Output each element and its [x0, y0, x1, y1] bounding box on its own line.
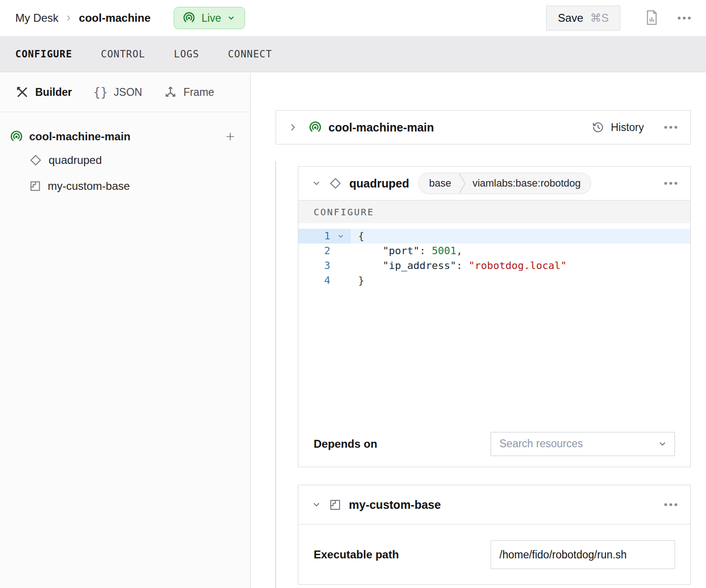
json-attributes-editor[interactable]: 1 { 2 "port": 5001, 3: [298, 223, 690, 420]
fold-toggle[interactable]: [330, 229, 351, 244]
part-signal-icon: [10, 130, 23, 144]
custom-base-body: Executable path: [298, 525, 690, 585]
code-line-3: 3 "ip_address": "robotdog.local": [298, 258, 690, 273]
resource-sidebar: Builder {} JSON Frame: [0, 73, 251, 588]
document-chart-icon: [644, 9, 659, 27]
quadruped-card: quadruped base viamlabs:base:robotdog CO…: [298, 166, 691, 467]
expand-part-button[interactable]: [288, 123, 297, 132]
code-text: {: [351, 229, 690, 244]
machine-status-dropdown[interactable]: Live: [174, 7, 245, 29]
machine-status-label: Live: [202, 12, 221, 25]
diamond-icon: [29, 154, 42, 167]
ellipsis-icon: [678, 17, 691, 19]
part-signal-icon: [309, 121, 322, 134]
executable-path-input[interactable]: [491, 540, 675, 569]
tree-item-label: quadruped: [49, 154, 102, 167]
chevron-right-icon: [288, 123, 297, 132]
view-frame-button[interactable]: Frame: [164, 85, 214, 99]
tree-item-my-custom-base[interactable]: my-custom-base: [0, 173, 250, 199]
add-resource-button[interactable]: [224, 131, 236, 143]
line-number: 4: [298, 273, 330, 288]
collapse-quadruped-button[interactable]: [312, 179, 321, 188]
configure-section-label: CONFIGURE: [314, 206, 374, 218]
tab-configure[interactable]: CONFIGURE: [15, 49, 72, 60]
line-number: 2: [298, 244, 330, 258]
tree-item-quadruped[interactable]: quadruped: [0, 147, 250, 173]
chevron-down-icon: [227, 14, 235, 22]
collapse-custom-base-button[interactable]: [312, 500, 321, 509]
quadruped-menu-button[interactable]: [664, 182, 677, 185]
axes-icon: [164, 85, 177, 99]
breadcrumb: My Desk cool-machine: [15, 12, 151, 25]
depends-on-label: Depends on: [314, 438, 377, 450]
configure-section-header: CONFIGURE: [298, 200, 690, 223]
custom-base-menu-button[interactable]: [664, 503, 677, 506]
history-button[interactable]: History: [592, 121, 644, 134]
machine-tabbar: CONFIGURE CONTROL LOGS CONNECT: [0, 36, 706, 72]
chevron-down-icon: [312, 179, 321, 188]
tree-part-row[interactable]: cool-machine-main: [0, 126, 250, 147]
module-icon: [329, 499, 341, 511]
machine-metrics-button[interactable]: [644, 9, 659, 27]
breadcrumb-current: cool-machine: [79, 12, 151, 25]
view-toggle: Builder {} JSON Frame: [0, 73, 250, 112]
top-actions: Save ⌘S: [546, 6, 691, 31]
custom-base-card-header: my-custom-base: [298, 485, 690, 525]
diamond-icon: [329, 177, 342, 190]
tree-item-label: my-custom-base: [48, 180, 130, 193]
view-json-button[interactable]: {} JSON: [93, 86, 142, 99]
tab-control[interactable]: CONTROL: [101, 49, 145, 60]
code-text: }: [351, 273, 690, 288]
nesting-line: [275, 161, 276, 588]
save-shortcut: ⌘S: [590, 12, 609, 25]
configure-content: Builder {} JSON Frame: [0, 73, 706, 588]
custom-base-card-title: my-custom-base: [349, 498, 441, 512]
badge-model: viamlabs:base:robotdog: [466, 177, 591, 189]
resource-tree: cool-machine-main quadruped: [0, 112, 250, 199]
machine-config-page: My Desk cool-machine Live Save ⌘S: [0, 0, 706, 588]
depends-on-placeholder: Search resources: [499, 438, 658, 450]
more-options-button[interactable]: [678, 17, 691, 19]
badge-type: base: [419, 177, 459, 189]
history-label: History: [611, 121, 644, 134]
chevron-down-icon: [312, 500, 321, 509]
braces-icon: {}: [93, 86, 107, 98]
chevron-down-icon: [658, 439, 667, 449]
live-signal-icon: [183, 12, 195, 25]
code-line-2: 2 "port": 5001,: [298, 244, 690, 258]
module-icon: [29, 180, 41, 192]
view-builder-label: Builder: [35, 86, 72, 99]
history-icon: [592, 121, 605, 134]
code-text: "port": 5001,: [351, 244, 690, 258]
code-line-1: 1 {: [298, 229, 690, 244]
view-builder-button[interactable]: Builder: [15, 85, 72, 99]
chevron-down-icon: [337, 233, 344, 240]
ellipsis-icon: [664, 503, 677, 506]
badge-separator-icon: [459, 173, 466, 194]
view-frame-label: Frame: [183, 86, 214, 99]
line-number: 3: [298, 258, 330, 273]
part-card-title: cool-machine-main: [328, 121, 434, 134]
breadcrumb-parent[interactable]: My Desk: [15, 12, 58, 25]
tools-icon: [15, 85, 29, 99]
code-text: "ip_address": "robotdog.local": [351, 258, 690, 273]
config-main: cool-machine-main History: [251, 73, 706, 588]
part-card: cool-machine-main History: [276, 110, 691, 144]
chevron-right-icon: [65, 14, 72, 22]
custom-base-card: my-custom-base Executable path: [298, 485, 691, 585]
depends-on-select[interactable]: Search resources: [491, 432, 675, 456]
tab-connect[interactable]: CONNECT: [228, 49, 272, 60]
top-header: My Desk cool-machine Live Save ⌘S: [0, 0, 706, 36]
tree-part-name: cool-machine-main: [29, 130, 218, 143]
ellipsis-icon: [664, 126, 677, 129]
part-menu-button[interactable]: [664, 126, 677, 129]
view-json-label: JSON: [114, 86, 142, 99]
depends-on-row: Depends on Search resources: [298, 420, 690, 468]
save-label: Save: [558, 12, 583, 25]
code-line-4: 4 }: [298, 273, 690, 288]
save-button[interactable]: Save ⌘S: [546, 6, 620, 31]
ellipsis-icon: [664, 182, 677, 185]
executable-path-label: Executable path: [314, 548, 399, 561]
resource-type-badge: base viamlabs:base:robotdog: [418, 173, 591, 194]
tab-logs[interactable]: LOGS: [174, 49, 199, 60]
